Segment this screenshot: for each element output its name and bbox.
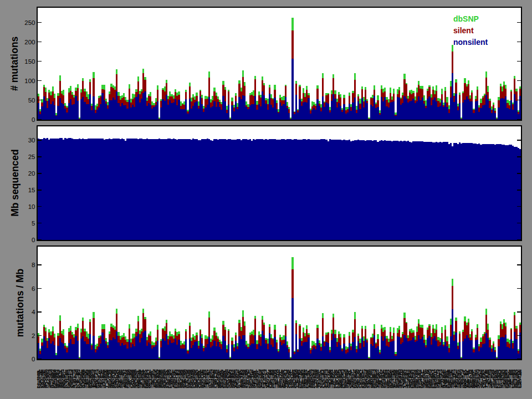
svg-text:# mutations: # mutations [9,36,20,90]
svg-text:150: 150 [24,58,35,65]
svg-text:25: 25 [28,154,35,160]
svg-text:silent: silent [453,26,474,35]
svg-text:dbSNP: dbSNP [453,14,479,23]
svg-text:250: 250 [24,19,35,26]
svg-text:20: 20 [28,170,35,177]
svg-text:50: 50 [28,97,35,104]
svg-text:15: 15 [28,187,35,193]
svg-text:2: 2 [32,332,35,339]
svg-text:nonsilent: nonsilent [453,38,488,47]
svg-text:4: 4 [32,309,35,315]
svg-text:mutations / Mb: mutations / Mb [14,269,25,337]
svg-text:22G38c76c52896681c29Ger1c25c6T: 22G38c76c52896681c29Ger1c25c6T3E644E567r… [37,382,521,389]
svg-text:Mb sequenced: Mb sequenced [9,149,21,217]
svg-text:6: 6 [32,285,35,292]
svg-text:8: 8 [32,262,35,268]
svg-text:10: 10 [28,203,35,210]
svg-text:0: 0 [32,116,35,123]
svg-text:100: 100 [24,78,35,84]
svg-text:5: 5 [32,220,35,227]
svg-text:0: 0 [32,356,35,362]
svg-text:30: 30 [28,137,35,144]
svg-text:0: 0 [32,237,35,243]
svg-text:200: 200 [24,39,35,45]
